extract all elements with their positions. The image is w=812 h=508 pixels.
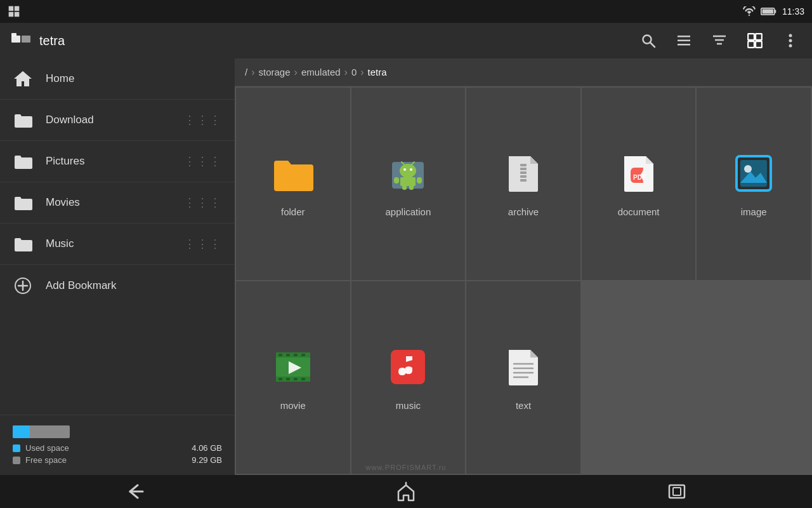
svg-rect-14 bbox=[678, 44, 690, 46]
svg-rect-36 bbox=[394, 177, 399, 184]
svg-rect-37 bbox=[417, 177, 422, 184]
storage-bar-used bbox=[13, 425, 30, 438]
movie-icon bbox=[270, 344, 316, 390]
back-button[interactable] bbox=[100, 478, 171, 505]
svg-point-31 bbox=[403, 168, 406, 171]
svg-rect-8 bbox=[11, 33, 16, 36]
sidebar-item-pictures[interactable]: Pictures ⋮⋮⋮ bbox=[0, 141, 235, 182]
svg-rect-39 bbox=[409, 185, 414, 190]
svg-rect-6 bbox=[763, 10, 773, 14]
menu-icon bbox=[8, 5, 20, 18]
recents-button[interactable] bbox=[641, 478, 712, 505]
svg-point-32 bbox=[410, 168, 412, 171]
file-tile-movie[interactable]: movie bbox=[236, 281, 350, 474]
file-tile-text-label: text bbox=[516, 400, 531, 411]
used-space-row: Used space 4.06 GB bbox=[13, 443, 222, 453]
breadcrumb-storage[interactable]: storage bbox=[259, 67, 291, 77]
breadcrumb-sep-4: › bbox=[360, 67, 363, 78]
svg-point-23 bbox=[789, 39, 792, 43]
toolbar-actions bbox=[637, 29, 802, 52]
pdf-icon: PDF bbox=[616, 150, 662, 196]
breadcrumb-root[interactable]: / bbox=[245, 67, 247, 77]
svg-rect-38 bbox=[402, 185, 407, 190]
sidebar-item-movies-dots: ⋮⋮⋮ bbox=[184, 196, 222, 210]
file-tile-folder-label: folder bbox=[281, 206, 305, 217]
svg-rect-5 bbox=[775, 10, 776, 13]
breadcrumb-sep-1: › bbox=[251, 67, 254, 78]
svg-rect-7 bbox=[11, 36, 20, 43]
status-bar-left bbox=[8, 5, 20, 18]
sidebar-item-pictures-dots: ⋮⋮⋮ bbox=[184, 154, 222, 168]
folder-icon-music bbox=[13, 234, 33, 254]
breadcrumb-tetra[interactable]: tetra bbox=[368, 67, 387, 77]
sidebar-item-download-dots: ⋮⋮⋮ bbox=[184, 113, 222, 127]
more-options-button[interactable] bbox=[779, 29, 802, 52]
used-space-value: 4.06 GB bbox=[192, 443, 222, 453]
svg-rect-19 bbox=[756, 34, 762, 40]
file-tile-text[interactable]: text bbox=[466, 281, 580, 474]
file-tile-folder[interactable]: folder bbox=[236, 88, 350, 280]
file-tile-image[interactable]: image bbox=[697, 88, 811, 280]
home-icon bbox=[13, 69, 33, 89]
folder-icon-movies bbox=[13, 192, 33, 213]
folder-icon bbox=[270, 150, 316, 196]
sidebar-item-music-dots: ⋮⋮⋮ bbox=[184, 237, 222, 251]
svg-rect-1 bbox=[15, 6, 20, 11]
svg-rect-55 bbox=[294, 354, 298, 356]
time-display: 11:33 bbox=[782, 6, 804, 17]
sidebar-item-music-label: Music bbox=[46, 237, 184, 250]
folder-icon-download bbox=[13, 110, 33, 130]
list-view-button[interactable] bbox=[672, 29, 695, 52]
search-button[interactable] bbox=[637, 29, 660, 52]
svg-rect-58 bbox=[286, 378, 290, 380]
breadcrumb-emulated[interactable]: emulated bbox=[301, 67, 341, 77]
wifi-icon bbox=[743, 6, 756, 17]
svg-rect-59 bbox=[294, 378, 298, 380]
file-tile-application[interactable]: application bbox=[351, 88, 466, 280]
sort-button[interactable] bbox=[708, 29, 731, 52]
text-icon bbox=[501, 344, 546, 390]
free-space-label: Free space bbox=[25, 455, 187, 465]
grid-view-button[interactable] bbox=[743, 29, 766, 52]
file-tile-archive-label: archive bbox=[508, 206, 539, 217]
image-icon bbox=[731, 150, 776, 196]
app-logo-icon bbox=[10, 29, 33, 52]
breadcrumb-0[interactable]: 0 bbox=[351, 67, 357, 77]
home-nav-icon bbox=[396, 481, 416, 502]
main-layout: Home Download ⋮⋮⋮ Pictures ⋮⋮⋮ Movies ⋮⋮… bbox=[0, 58, 812, 475]
svg-rect-60 bbox=[301, 378, 305, 380]
file-tile-archive[interactable]: archive bbox=[466, 88, 580, 280]
sidebar-item-home-label: Home bbox=[46, 72, 222, 85]
svg-rect-41 bbox=[520, 168, 527, 170]
file-tile-document-label: document bbox=[618, 206, 660, 217]
sidebar-item-home[interactable]: Home bbox=[0, 58, 235, 100]
sidebar-item-pictures-label: Pictures bbox=[46, 155, 184, 168]
home-button[interactable] bbox=[370, 476, 442, 507]
file-tile-movie-label: movie bbox=[280, 400, 306, 411]
apk-icon bbox=[385, 150, 431, 196]
list-view-icon bbox=[676, 33, 691, 48]
free-space-row: Free space 9.29 GB bbox=[13, 455, 222, 465]
file-tile-image-label: image bbox=[741, 206, 767, 217]
breadcrumb: / › storage › emulated › 0 › tetra bbox=[235, 58, 812, 86]
more-options-icon bbox=[789, 33, 792, 48]
free-space-value: 9.29 GB bbox=[192, 455, 222, 465]
svg-rect-9 bbox=[22, 36, 30, 43]
sort-icon bbox=[712, 33, 727, 48]
file-tile-music[interactable]: music bbox=[351, 281, 466, 474]
file-tile-document[interactable]: PDF document bbox=[582, 88, 696, 280]
add-bookmark-button[interactable]: Add Bookmark bbox=[0, 265, 235, 306]
svg-rect-21 bbox=[756, 41, 762, 48]
sidebar-item-movies[interactable]: Movies ⋮⋮⋮ bbox=[0, 182, 235, 224]
svg-rect-57 bbox=[278, 378, 282, 380]
svg-rect-2 bbox=[9, 12, 14, 17]
svg-text:PDF: PDF bbox=[633, 174, 646, 181]
svg-point-24 bbox=[789, 44, 792, 48]
svg-marker-25 bbox=[14, 71, 32, 86]
file-grid: folder bbox=[235, 86, 812, 475]
sidebar-item-music[interactable]: Music ⋮⋮⋮ bbox=[0, 224, 235, 265]
svg-rect-42 bbox=[520, 171, 527, 174]
sidebar-item-download[interactable]: Download ⋮⋮⋮ bbox=[0, 100, 235, 141]
svg-rect-3 bbox=[15, 12, 20, 17]
svg-rect-40 bbox=[520, 164, 527, 166]
